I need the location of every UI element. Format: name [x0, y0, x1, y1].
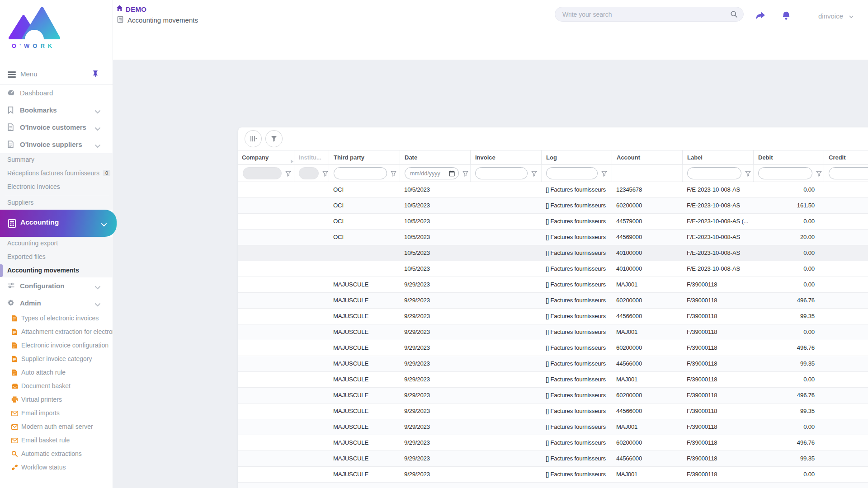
- table-row[interactable]: 10/5/2023[] Factures fournisseurs4010000…: [238, 261, 868, 277]
- table-row[interactable]: OCI10/5/2023[] Factures fournisseurs4456…: [238, 230, 868, 245]
- funnel-icon[interactable]: [816, 170, 822, 178]
- sidebar-subitem-supplier-invoice-category[interactable]: Supplier invoice category: [0, 352, 113, 366]
- table-row[interactable]: MAJUSCULE9/29/2023[] Factures fournisseu…: [238, 324, 868, 340]
- user-menu[interactable]: dinvoice: [818, 12, 854, 20]
- sidebar-subitem-email-imports[interactable]: Email imports: [0, 407, 113, 420]
- sidebar-subitem-exported-files[interactable]: Exported files: [0, 250, 113, 264]
- sidebar-subitem-accounting-export[interactable]: Accounting export: [0, 237, 113, 250]
- table-row[interactable]: MAJUSCULE9/29/2023[] Factures fournisseu…: [238, 419, 868, 435]
- sidebar-subitem-modern-auth-email-server[interactable]: Modern auth email server: [0, 420, 113, 434]
- expand-columns-icon[interactable]: [290, 159, 294, 165]
- filter-text-input[interactable]: [692, 169, 736, 178]
- filter-button[interactable]: [265, 130, 283, 147]
- table-row[interactable]: MAJUSCULE9/29/2023[] Factures fournisseu…: [238, 451, 868, 467]
- table-row[interactable]: 10/5/2023[] Factures fournisseurs4010000…: [238, 245, 868, 261]
- column-header-institution[interactable]: Institu...: [294, 150, 329, 165]
- filter-input-credit[interactable]: [829, 167, 868, 179]
- sidebar-item-configuration[interactable]: Configuration: [0, 277, 113, 295]
- sidebar-item-o-invoice-suppliers[interactable]: O'Invoice suppliers: [0, 136, 113, 153]
- filter-input-debit[interactable]: [758, 167, 812, 179]
- filter-input-log[interactable]: [546, 167, 598, 179]
- column-header-credit[interactable]: Credit: [824, 150, 868, 165]
- search-icon[interactable]: [730, 10, 738, 20]
- funnel-icon[interactable]: [601, 170, 607, 178]
- funnel-icon[interactable]: [531, 170, 537, 178]
- table-row[interactable]: MAJUSCULE9/29/2023[] Factures fournisseu…: [238, 340, 868, 356]
- filter-cell-credit: [824, 165, 868, 182]
- sidebar-subitem-r-ceptions-factures-fournisseurs[interactable]: Réceptions factures fournisseurs0: [0, 167, 113, 180]
- table-row[interactable]: MAJUSCULE9/29/2023[] Factures fournisseu…: [238, 483, 868, 488]
- cell-date: 10/5/2023: [400, 230, 470, 245]
- breadcrumb[interactable]: DEMO: [116, 5, 123, 14]
- sidebar-item-o-invoice-customers[interactable]: O'Invoice customers: [0, 119, 113, 136]
- column-header-invoice[interactable]: Invoice: [470, 150, 541, 165]
- column-header-company[interactable]: Company: [238, 150, 294, 165]
- sidebar-item-admin[interactable]: Admin: [0, 295, 113, 312]
- table-row[interactable]: MAJUSCULE9/29/2023[] Factures fournisseu…: [238, 309, 868, 324]
- filter-input-company: [243, 167, 282, 179]
- sidebar-subitem-suppliers[interactable]: Suppliers: [0, 196, 113, 210]
- funnel-icon[interactable]: [462, 170, 468, 178]
- table-row[interactable]: MAJUSCULE9/29/2023[] Factures fournisseu…: [238, 293, 868, 309]
- sidebar-subitem-virtual-printers[interactable]: Virtual printers: [0, 393, 113, 407]
- funnel-icon[interactable]: [285, 170, 291, 178]
- table-row[interactable]: OCI10/5/2023[] Factures fournisseurs1234…: [238, 182, 868, 198]
- filter-text-input[interactable]: [763, 169, 807, 178]
- sidebar-subitem-summary[interactable]: Summary: [0, 153, 113, 167]
- notifications-bell-icon[interactable]: [781, 11, 791, 23]
- table-row[interactable]: MAJUSCULE9/29/2023[] Factures fournisseu…: [238, 277, 868, 293]
- cell-debit: 0.00: [753, 419, 824, 435]
- filter-text-input[interactable]: [480, 169, 523, 178]
- column-header-label[interactable]: Label: [682, 150, 753, 165]
- table-row[interactable]: MAJUSCULE9/29/2023[] Factures fournisseu…: [238, 388, 868, 404]
- sidebar-subitem-auto-attach-rule[interactable]: Auto attach rule: [0, 366, 113, 380]
- columns-visibility-button[interactable]: [245, 130, 262, 147]
- cell-company: [238, 451, 294, 466]
- column-header-account[interactable]: Account: [612, 150, 682, 165]
- search-input[interactable]: [562, 10, 721, 19]
- cell-invoice: [470, 245, 541, 261]
- sidebar-subitem-automatic-extractions[interactable]: Automatic extractions: [0, 447, 113, 461]
- column-header-date[interactable]: Date: [400, 150, 470, 165]
- filter-text-input[interactable]: [834, 169, 868, 178]
- share-icon[interactable]: [754, 11, 766, 23]
- funnel-icon[interactable]: [391, 170, 396, 178]
- table-row[interactable]: OCI10/5/2023[] Factures fournisseurs6020…: [238, 198, 868, 214]
- pin-icon[interactable]: [92, 70, 99, 80]
- filter-text-input[interactable]: [339, 169, 382, 178]
- filter-text-input[interactable]: [551, 169, 593, 178]
- sidebar-subitem-attachment-extraction-for-electroni[interactable]: Attachment extraction for electroni: [0, 325, 113, 339]
- table-row[interactable]: MAJUSCULE9/29/2023[] Factures fournisseu…: [238, 435, 868, 451]
- breadcrumb-home-label[interactable]: DEMO: [126, 5, 146, 13]
- sidebar-subitem-document-basket[interactable]: Document basket: [0, 380, 113, 393]
- column-header-debit[interactable]: Debit: [753, 150, 824, 165]
- sidebar-subitem-types-of-electronic-invoices[interactable]: Types of electronic invoices: [0, 312, 113, 325]
- logo: O'WORK: [6, 5, 61, 49]
- table-row[interactable]: OCI10/5/2023[] Factures fournisseurs4457…: [238, 214, 868, 230]
- cell-third_party: MAJUSCULE: [329, 324, 400, 340]
- column-header-third_party[interactable]: Third party: [329, 150, 400, 165]
- table-row[interactable]: MAJUSCULE9/29/2023[] Factures fournisseu…: [238, 372, 868, 388]
- hamburger-icon[interactable]: [8, 71, 16, 78]
- sidebar-item-dashboard[interactable]: Dashboard: [0, 84, 113, 102]
- cell-log: [] Factures fournisseurs: [541, 467, 612, 482]
- table-row[interactable]: MAJUSCULE9/29/2023[] Factures fournisseu…: [238, 356, 868, 372]
- filter-input-label[interactable]: [687, 167, 741, 179]
- sidebar-subitem-email-basket-rule[interactable]: Email basket rule: [0, 434, 113, 447]
- sidebar-subitem-electronic-invoice-configuration[interactable]: Electronic invoice configuration: [0, 339, 113, 352]
- table-row[interactable]: MAJUSCULE9/29/2023[] Factures fournisseu…: [238, 404, 868, 419]
- table-row[interactable]: MAJUSCULE9/29/2023[] Factures fournisseu…: [238, 467, 868, 483]
- sidebar-subitem-accounting-movements[interactable]: Accounting movements: [0, 264, 113, 277]
- filter-input-third_party[interactable]: [334, 167, 387, 179]
- sidebar-subitem-electronic-invoices[interactable]: Electronic Invoices: [0, 180, 113, 194]
- sidebar-section-accounting[interactable]: Accounting: [0, 210, 117, 237]
- filter-date-date[interactable]: mm/dd/yyyy: [405, 167, 459, 179]
- sidebar-item-bookmarks[interactable]: Bookmarks: [0, 102, 113, 119]
- funnel-icon[interactable]: [745, 170, 751, 178]
- calendar-icon[interactable]: [449, 170, 455, 178]
- filter-input-invoice[interactable]: [475, 167, 528, 179]
- column-header-log[interactable]: Log: [541, 150, 612, 165]
- funnel-icon[interactable]: [322, 170, 328, 178]
- cell-institution: [294, 435, 329, 450]
- sidebar-subitem-workflow-status[interactable]: Workflow status: [0, 461, 113, 474]
